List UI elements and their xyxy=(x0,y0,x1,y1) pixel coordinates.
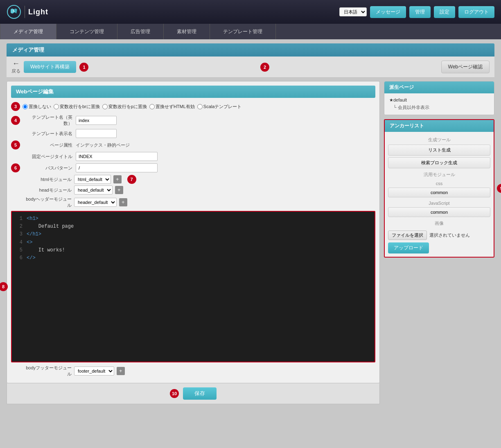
head-module-label: headモジュール xyxy=(23,187,72,193)
editor-panel: Webページ編集 3 置換しない 変数改行をbrに置換 変数改行をpに置換 xyxy=(7,81,380,383)
rebuild-button[interactable]: Webサイト再構築 xyxy=(24,61,76,73)
derived-item-default: ★default xyxy=(388,97,491,104)
settings-button[interactable]: 設定 xyxy=(434,6,455,18)
save-area: 10 保存 xyxy=(7,383,380,404)
css-common-button[interactable]: common xyxy=(388,188,490,197)
derived-panel-title: 派生ページ xyxy=(384,81,494,93)
general-section-label: 汎用モジュール xyxy=(388,170,490,179)
left-column: Webページ編集 3 置換しない 変数改行をbrに置換 変数改行をpに置換 xyxy=(7,81,380,404)
js-common-button[interactable]: common xyxy=(388,207,490,217)
upload-button[interactable]: アップロード xyxy=(388,242,429,253)
body-footer-module-plus-button[interactable]: + xyxy=(117,367,125,375)
html-module-label: htmlモジュール xyxy=(23,176,72,183)
anchor-panel-body: 生成ツール リスト生成 検索ブロック生成 汎用モジュール css common … xyxy=(385,132,494,257)
template-display-label: テンプレート表示名 xyxy=(23,131,72,137)
file-upload-row: ファイルを選択 選択されていません xyxy=(388,231,490,240)
logo-divider xyxy=(25,6,25,18)
html-module-row: htmlモジュール html_default + 7 xyxy=(11,175,375,184)
code-line-1: 1 <h1> xyxy=(15,215,371,223)
annotation-6: 6 xyxy=(11,163,20,172)
head-module-select[interactable]: head_default xyxy=(74,186,113,195)
code-line-2: 2 Default page xyxy=(15,223,371,231)
file-select-button[interactable]: ファイルを選択 xyxy=(388,231,427,240)
body-footer-module-select[interactable]: footer_default xyxy=(74,367,114,376)
nav-item-ads[interactable]: 広告管理 xyxy=(117,24,164,39)
head-module-row: headモジュール head_default + xyxy=(11,186,375,195)
path-pattern-input[interactable] xyxy=(76,163,158,172)
anchor-panel-title: アンカーリスト xyxy=(385,120,494,132)
template-display-input[interactable] xyxy=(76,129,117,138)
back-arrow-icon: ← xyxy=(12,60,20,67)
body-footer-module-row: bodyフッターモジュール footer_default + xyxy=(11,365,375,377)
path-pattern-label: パスパターン xyxy=(23,165,72,171)
annotation-9: 9 xyxy=(497,184,501,193)
nav-item-materials[interactable]: 素材管理 xyxy=(164,24,210,39)
manage-button[interactable]: 管理 xyxy=(409,6,431,18)
annotation-4: 4 xyxy=(11,116,20,125)
nav-item-contents[interactable]: コンテンツ管理 xyxy=(56,24,117,39)
radio-br-replace[interactable]: 変数改行をbrに置換 xyxy=(54,104,100,110)
save-button[interactable]: 保存 xyxy=(183,387,217,400)
anchor-panel-container: 9 アンカーリスト 生成ツール リスト生成 検索ブロック生成 汎用モジュール c… xyxy=(384,119,494,258)
annotation-8: 8 xyxy=(0,282,8,291)
editor-title: Webページ編集 xyxy=(11,86,375,98)
file-none-label: 選択されていません xyxy=(429,232,470,238)
nav-item-media[interactable]: メディア管理 xyxy=(0,24,56,39)
page-attr-label: ページ属性 xyxy=(23,142,72,148)
logo-text: Light xyxy=(28,8,48,16)
template-name-label: テンプレート名（英数） xyxy=(23,114,72,127)
page-title-input[interactable] xyxy=(76,152,158,161)
template-name-input[interactable] xyxy=(76,116,117,125)
body-header-module-row: bodyヘッダーモジュール header_default + xyxy=(11,196,375,208)
html-module-plus-button[interactable]: + xyxy=(113,175,122,183)
top-header: L Light 日本語 メッセージ 管理 設定 ログアウト xyxy=(0,0,501,24)
nav-item-templates[interactable]: テンプレート管理 xyxy=(210,24,276,39)
radio-scala[interactable]: Scalaテンプレート xyxy=(197,104,242,110)
confirm-button[interactable]: Webページ確認 xyxy=(441,61,490,73)
content-wrapper: メディア管理 ← 戻る Webサイト再構築 1 2 Webページ確認 Webペー… xyxy=(0,39,501,411)
radio-no-replace[interactable]: 置換しない xyxy=(23,104,51,110)
svg-text:L: L xyxy=(13,9,15,12)
radio-html-valid[interactable]: 置換せずHTML有効 xyxy=(149,104,195,110)
logo-area: L Light xyxy=(7,5,48,19)
template-display-row: 4 テンプレート表示名 xyxy=(11,129,375,138)
annotation-7: 7 xyxy=(127,175,136,184)
body-header-module-plus-button[interactable]: + xyxy=(119,198,127,206)
code-editor-container: 8 1 <h1> 2 Default page 3 xyxy=(11,211,375,362)
section-header: メディア管理 xyxy=(7,43,494,57)
radio-options-row: 3 置換しない 変数改行をbrに置換 変数改行をpに置換 置換せずHTML有効 xyxy=(11,102,375,111)
annotation-1: 1 xyxy=(79,63,88,72)
lepus-logo-icon: L xyxy=(7,5,21,19)
logout-button[interactable]: ログアウト xyxy=(458,6,494,18)
nav-bar: メディア管理 コンテンツ管理 広告管理 素材管理 テンプレート管理 xyxy=(0,24,501,39)
page-attr-value: インデックス・静的ページ xyxy=(76,142,130,148)
toolbar-row: ← 戻る Webサイト再構築 1 2 Webページ確認 xyxy=(7,57,494,78)
language-select[interactable]: 日本語 xyxy=(339,7,367,16)
image-label: 画像 xyxy=(388,219,490,228)
list-gen-button[interactable]: リスト生成 xyxy=(388,145,490,156)
code-line-6: 6 </> xyxy=(15,254,371,262)
search-block-button[interactable]: 検索ブロック生成 xyxy=(388,157,490,168)
page-attr-row: 5 ページ属性 インデックス・静的ページ xyxy=(11,140,375,149)
main-layout: Webページ編集 3 置換しない 変数改行をbrに置換 変数改行をpに置換 xyxy=(7,81,494,404)
radio-p-replace[interactable]: 変数改行をpに置換 xyxy=(102,104,147,110)
path-pattern-row: 6 パスパターン xyxy=(11,163,375,172)
js-label: JavaScript xyxy=(388,199,490,207)
body-header-module-label: bodyヘッダーモジュール xyxy=(23,196,72,208)
html-module-select[interactable]: html_default xyxy=(74,175,111,184)
css-label: css xyxy=(388,179,490,188)
head-module-plus-button[interactable]: + xyxy=(115,186,123,194)
derived-panel: 派生ページ ★default └ 会員以外非表示 xyxy=(384,81,494,115)
annotation-10: 10 xyxy=(170,389,179,398)
body-header-module-select[interactable]: header_default xyxy=(74,198,117,207)
page-title-row: 5 固定ページタイトル xyxy=(11,152,375,161)
message-button[interactable]: メッセージ xyxy=(370,6,406,18)
header-right: 日本語 メッセージ 管理 設定 ログアウト xyxy=(339,6,494,18)
code-line-4: 4 <> xyxy=(15,239,371,247)
template-name-row: 4 テンプレート名（英数） xyxy=(11,114,375,127)
annotation-3: 3 xyxy=(11,102,20,111)
back-button[interactable]: ← 戻る xyxy=(11,60,20,74)
tools-section-label: 生成ツール xyxy=(388,135,490,145)
code-editor[interactable]: 1 <h1> 2 Default page 3 </h1> xyxy=(11,211,375,362)
anchor-panel: アンカーリスト 生成ツール リスト生成 検索ブロック生成 汎用モジュール css… xyxy=(384,119,494,258)
